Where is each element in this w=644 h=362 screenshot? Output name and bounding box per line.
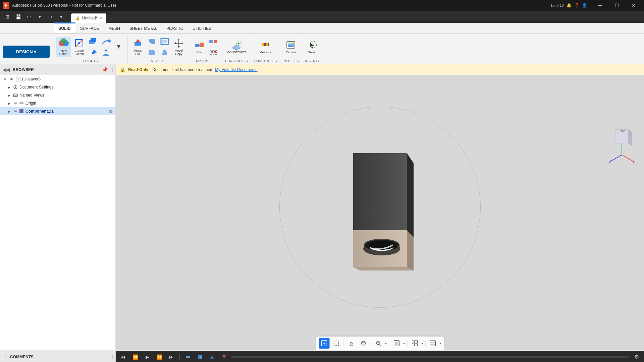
vp-select-tool[interactable] (319, 338, 329, 349)
browser-collapse-button[interactable]: | (112, 67, 113, 72)
tree-item-unsaved[interactable]: ▼ 👁 (Unsaved) (0, 75, 115, 83)
view-cube[interactable]: TOP (605, 121, 639, 172)
play-next-button[interactable]: ⏩ (155, 352, 164, 362)
close-button[interactable]: ✕ (626, 0, 641, 11)
editable-documents-link[interactable]: My Editable Documents (215, 67, 258, 72)
tab-utilities[interactable]: UTILITIES (188, 22, 216, 33)
title-bar: F Autodesk Fusion 360 (Personal - Not fo… (0, 0, 644, 11)
tree-expand-named-views[interactable]: ▶ (7, 93, 11, 98)
tab-solid[interactable]: SOLID (54, 22, 75, 33)
select-group-arrow[interactable]: ▾ (318, 60, 319, 63)
insert-group-arrow[interactable]: ▾ (298, 60, 299, 63)
extrude-button[interactable] (87, 37, 99, 47)
revolve-button[interactable] (87, 47, 99, 57)
svg-rect-9 (108, 39, 111, 43)
tab-label: Untitled* (82, 16, 97, 20)
vp-view-arrow[interactable]: ▾ (439, 342, 441, 345)
undo-button[interactable]: ↩ (24, 12, 34, 21)
press-pull-button[interactable]: PressPull (130, 37, 145, 57)
viewport[interactable]: 🔒 Read-Only: Document limit has been rea… (116, 64, 644, 350)
offset-plane-button[interactable]: CONSTRUCT (229, 37, 244, 57)
vp-zoom-dropdown[interactable] (373, 338, 384, 349)
browser-pin-button[interactable]: 📌 (102, 67, 108, 72)
component1-icon (19, 109, 24, 114)
timeline-marker-2[interactable] (195, 352, 205, 362)
inspect-group-arrow[interactable]: ▾ (276, 60, 277, 63)
move-button[interactable]: Move/Copy (171, 37, 186, 57)
grid-menu-button[interactable]: ⊞ (3, 12, 12, 21)
svg-marker-19 (178, 46, 180, 48)
timeline-track[interactable] (231, 356, 629, 358)
minimize-button[interactable]: ─ (592, 0, 608, 11)
undo-dropdown[interactable]: ▾ (35, 12, 44, 21)
play-button[interactable]: ▶ (143, 352, 152, 362)
comments-collapse-button[interactable]: | (112, 355, 113, 359)
modify-group-arrow[interactable]: ▾ (164, 60, 166, 63)
tab-surface[interactable]: SURFACE (75, 22, 104, 33)
vp-grid-arrow[interactable]: ▾ (421, 342, 423, 345)
tree-expand-origin[interactable]: ▶ (7, 101, 11, 106)
maximize-button[interactable]: ☐ (609, 0, 625, 11)
as-built-joint-button[interactable] (207, 37, 219, 47)
vp-orbit-tool[interactable] (358, 338, 369, 349)
unsaved-visibility-icon[interactable]: 👁 (9, 76, 14, 82)
assemble-group-arrow[interactable]: ▾ (214, 60, 216, 63)
create-group-arrow[interactable]: ▾ (97, 60, 98, 63)
play-prev-button[interactable]: ⏪ (130, 352, 140, 362)
fillet-button[interactable] (146, 37, 158, 47)
tab-close-button[interactable]: ✕ (99, 16, 102, 20)
tree-expand-unsaved[interactable]: ▼ (3, 77, 7, 81)
timeline-marker-3[interactable] (207, 352, 217, 362)
timeline-settings-button[interactable]: ⚙ (632, 352, 641, 362)
play-last-button[interactable]: ⏭ (167, 352, 176, 362)
sweep-button[interactable] (100, 37, 112, 47)
window-controls[interactable]: ─ ☐ ✕ (592, 0, 641, 11)
vp-zoom-arrow[interactable]: ▾ (385, 342, 387, 345)
shell-button[interactable] (159, 37, 171, 47)
vp-grid-dropdown[interactable] (409, 338, 420, 349)
select-button[interactable]: Select (305, 37, 320, 57)
tree-item-component1[interactable]: ▶ 👁 Component1:1 ⊙ (0, 107, 115, 115)
component1-visibility-icon[interactable]: 👁 (13, 109, 17, 114)
create-new-component-button[interactable]: NewComp. (56, 37, 71, 57)
origin-visibility-icon[interactable]: 👁 (13, 101, 17, 106)
rigid-group-button[interactable] (207, 47, 219, 57)
canvas-button[interactable]: Canvas (283, 37, 298, 57)
vp-marquee-tool[interactable] (331, 338, 341, 349)
redo-button[interactable]: ↪ (46, 12, 55, 21)
create-sketch-button[interactable]: CreateSketch (72, 37, 87, 57)
chamfer-button[interactable] (146, 47, 158, 57)
comments-add-button[interactable]: ＋ (3, 354, 7, 360)
save-button[interactable]: 💾 (13, 12, 23, 21)
browser-back-arrow[interactable]: ◀◀ (3, 67, 10, 72)
joint-button[interactable]: Joint (192, 37, 207, 57)
loft-button[interactable] (100, 47, 112, 57)
tab-mesh[interactable]: MESH (104, 22, 125, 33)
tab-sheet-metal[interactable]: SHEET METAL (125, 22, 162, 33)
tree-item-origin[interactable]: ▶ 👁 Origin (0, 99, 115, 107)
vp-hand-tool[interactable] (346, 338, 357, 349)
timeline-marker-4[interactable] (219, 352, 229, 362)
new-tab-button[interactable]: ＋ (106, 13, 116, 23)
help-icon[interactable]: ❓ (574, 3, 579, 8)
notification-icon[interactable]: 🔔 (567, 3, 572, 8)
tree-expand-component1[interactable]: ▶ (7, 109, 11, 114)
tree-item-named-views[interactable]: ▶ Named Views (0, 91, 115, 99)
profile-icon[interactable]: 👤 (582, 3, 587, 8)
vp-view-dropdown[interactable] (427, 338, 438, 349)
document-tab[interactable]: 🔒 Untitled* ✕ (71, 13, 106, 23)
design-button[interactable]: DESIGN ▾ (3, 46, 50, 58)
vp-display-dropdown[interactable] (391, 338, 402, 349)
create-more-button[interactable]: ▼ (113, 42, 125, 52)
draft-button[interactable] (159, 47, 171, 57)
tree-expand-doc-settings[interactable]: ▶ (7, 85, 11, 89)
component1-target-icon[interactable]: ⊙ (109, 109, 113, 114)
timeline-marker-1[interactable] (183, 352, 193, 362)
measure-button[interactable]: Measure (258, 37, 273, 57)
vp-display-arrow[interactable]: ▾ (403, 342, 405, 345)
redo-dropdown[interactable]: ▾ (56, 12, 66, 21)
play-first-button[interactable]: ⏮ (118, 352, 128, 362)
tree-item-doc-settings[interactable]: ▶ Document Settings (0, 83, 115, 91)
construct-group-arrow[interactable]: ▾ (247, 60, 248, 63)
tab-plastic[interactable]: PLASTIC (162, 22, 188, 33)
